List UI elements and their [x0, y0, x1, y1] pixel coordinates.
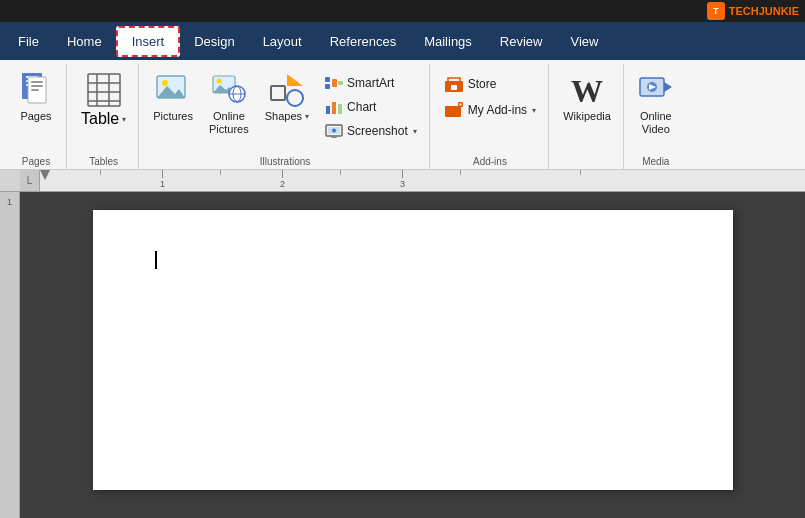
- svg-point-35: [332, 129, 336, 133]
- ribbon-group-add-ins: Store My Add-ins ▾ Add-ins: [432, 64, 549, 169]
- document-area: 1: [0, 192, 805, 518]
- add-ins-group-content: Store My Add-ins ▾: [438, 68, 542, 153]
- ribbon-group-wikipedia: W Wikipedia: [551, 64, 624, 169]
- wikipedia-button[interactable]: W Wikipedia: [557, 68, 617, 127]
- svg-point-25: [287, 90, 303, 106]
- svg-rect-39: [445, 106, 461, 117]
- wikipedia-icon: W: [569, 72, 605, 108]
- add-ins-col: Store My Add-ins ▾: [438, 68, 542, 122]
- svg-rect-23: [271, 86, 285, 100]
- smartart-label: SmartArt: [347, 76, 394, 90]
- ruler-mark-1: 1: [160, 170, 165, 189]
- ruler-line: [282, 170, 283, 178]
- text-cursor: [155, 251, 157, 269]
- menu-layout[interactable]: Layout: [249, 28, 316, 55]
- media-group-label: Media: [632, 153, 680, 169]
- menu-home[interactable]: Home: [53, 28, 116, 55]
- wikipedia-group-label: [557, 164, 617, 169]
- my-add-ins-dropdown-arrow: ▾: [532, 106, 536, 115]
- svg-rect-30: [326, 106, 330, 114]
- media-group-content: Online Video: [632, 68, 680, 153]
- svg-rect-32: [338, 104, 342, 114]
- ruler-mark-2: 2: [280, 170, 285, 189]
- store-button[interactable]: Store: [438, 72, 542, 96]
- menu-view[interactable]: View: [556, 28, 612, 55]
- document-page[interactable]: [93, 210, 733, 490]
- ruler-line: [402, 170, 403, 178]
- store-icon: [444, 75, 464, 93]
- tables-group-content: Table ▾: [75, 68, 132, 153]
- pages-button[interactable]: Pages: [12, 68, 60, 127]
- online-pictures-label: Online Pictures: [209, 110, 249, 136]
- add-ins-icon: [444, 101, 464, 119]
- pages-group-label: Pages: [12, 153, 60, 169]
- ruler-num: 3: [400, 179, 405, 189]
- svg-rect-31: [332, 102, 336, 114]
- menu-design[interactable]: Design: [180, 28, 248, 55]
- svg-point-15: [162, 80, 168, 86]
- ruler-line: [162, 170, 163, 178]
- ribbon-group-tables: Table ▾ Tables: [69, 64, 139, 169]
- svg-text:W: W: [571, 73, 603, 108]
- add-ins-group-label: Add-ins: [438, 153, 542, 169]
- ribbon-group-media: Online Video Media: [626, 64, 686, 169]
- ribbon: Pages Pages Table: [0, 60, 805, 170]
- left-ruler: 1: [0, 192, 20, 518]
- ruler-num: 1: [160, 179, 165, 189]
- menu-bar: File Home Insert Design Layout Reference…: [0, 22, 805, 60]
- store-label: Store: [468, 77, 497, 91]
- online-video-button[interactable]: Online Video: [632, 68, 680, 140]
- chart-icon: [325, 99, 343, 115]
- menu-file[interactable]: File: [4, 28, 53, 55]
- illustrations-group-label: Illustrations: [147, 153, 423, 169]
- menu-mailings[interactable]: Mailings: [410, 28, 486, 55]
- shapes-button[interactable]: Shapes ▾: [259, 68, 315, 127]
- svg-marker-44: [664, 82, 672, 92]
- illustrations-small-col: SmartArt Chart: [319, 68, 423, 142]
- ruler-inner: 1 2 3: [40, 170, 805, 191]
- svg-rect-27: [325, 84, 330, 89]
- menu-insert[interactable]: Insert: [116, 26, 181, 57]
- indent-marker[interactable]: [40, 170, 50, 180]
- tables-group-label: Tables: [75, 153, 132, 169]
- table-label: Table: [81, 110, 119, 128]
- smartart-button[interactable]: SmartArt: [319, 72, 423, 94]
- my-add-ins-button[interactable]: My Add-ins ▾: [438, 98, 542, 122]
- table-icon: [86, 72, 122, 108]
- wikipedia-group-content: W Wikipedia: [557, 68, 617, 164]
- table-dropdown-arrow: ▾: [122, 115, 126, 124]
- screenshot-button[interactable]: Screenshot ▾: [319, 120, 423, 142]
- online-video-label: Online Video: [640, 110, 672, 136]
- menu-review[interactable]: Review: [486, 28, 557, 55]
- left-ruler-mark-1: 1: [7, 197, 12, 207]
- ruler-tick: [340, 170, 341, 175]
- logo-icon: T: [707, 2, 725, 20]
- svg-rect-26: [325, 77, 330, 82]
- svg-rect-6: [31, 85, 43, 87]
- video-icon: [638, 72, 674, 108]
- svg-rect-7: [31, 89, 39, 91]
- menu-references[interactable]: References: [316, 28, 410, 55]
- svg-rect-28: [332, 79, 337, 87]
- table-button[interactable]: Table ▾: [75, 68, 132, 132]
- screenshot-icon: [325, 123, 343, 139]
- svg-rect-36: [331, 136, 337, 138]
- ruler-tick: [100, 170, 101, 175]
- page-area[interactable]: [20, 192, 805, 518]
- online-pictures-button[interactable]: Online Pictures: [203, 68, 255, 140]
- shapes-label: Shapes: [265, 110, 302, 123]
- pages-label: Pages: [20, 110, 51, 123]
- pages-group-content: Pages: [12, 68, 60, 153]
- techjunkie-logo: T TECHJUNKIE: [707, 2, 799, 20]
- svg-point-18: [216, 79, 221, 84]
- svg-marker-24: [287, 74, 303, 86]
- pictures-label: Pictures: [153, 110, 193, 123]
- svg-rect-5: [31, 81, 43, 83]
- chart-button[interactable]: Chart: [319, 96, 423, 118]
- svg-rect-29: [338, 81, 343, 85]
- pictures-button[interactable]: Pictures: [147, 68, 199, 127]
- title-bar: T TECHJUNKIE: [0, 0, 805, 22]
- pictures-icon: [155, 72, 191, 108]
- ruler: L 1 2 3: [0, 170, 805, 192]
- ruler-num: 2: [280, 179, 285, 189]
